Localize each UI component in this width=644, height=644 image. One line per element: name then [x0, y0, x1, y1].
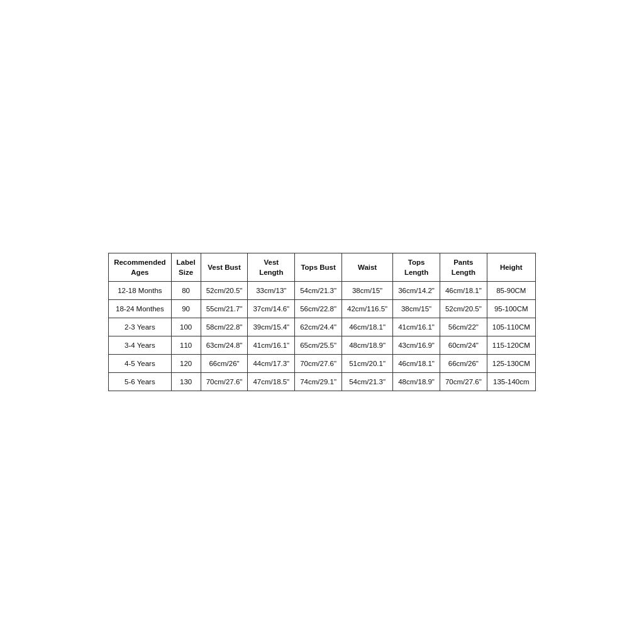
- column-header-tops-bust: Tops Bust: [295, 253, 342, 281]
- cell-pants_length: 56cm/22": [440, 318, 487, 336]
- cell-recommended_ages: 5-6 Years: [109, 373, 171, 391]
- cell-pants_length: 46cm/18.1": [440, 281, 487, 299]
- cell-recommended_ages: 4-5 Years: [109, 355, 171, 373]
- cell-pants_length: 52cm/20.5": [440, 299, 487, 318]
- cell-tops_length: 36cm/14.2": [393, 281, 440, 299]
- cell-label_size: 90: [171, 299, 201, 318]
- cell-pants_length: 66cm/26": [440, 355, 487, 373]
- cell-tops_bust: 65cm/25.5": [295, 336, 342, 355]
- cell-height: 135-140cm: [487, 373, 535, 391]
- cell-waist: 48cm/18.9": [341, 336, 392, 355]
- size-chart-table: RecommendedAgesLabelSizeVest BustVestLen…: [108, 253, 536, 392]
- column-header-vest-length: VestLength: [248, 253, 295, 281]
- column-header-waist: Waist: [341, 253, 392, 281]
- table-row: 3-4 Years11063cm/24.8"41cm/16.1"65cm/25.…: [109, 336, 536, 355]
- cell-waist: 42cm/116.5": [341, 299, 392, 318]
- cell-vest_length: 47cm/18.5": [248, 373, 295, 391]
- cell-recommended_ages: 2-3 Years: [109, 318, 171, 336]
- table-body: 12-18 Months8052cm/20.5"33cm/13"54cm/21.…: [109, 281, 536, 391]
- cell-height: 125-130CM: [487, 355, 535, 373]
- cell-height: 105-110CM: [487, 318, 535, 336]
- cell-tops_bust: 54cm/21.3": [295, 281, 342, 299]
- table-row: 18-24 Monthes9055cm/21.7"37cm/14.6"56cm/…: [109, 299, 536, 318]
- table-row: 5-6 Years13070cm/27.6"47cm/18.5"74cm/29.…: [109, 373, 536, 391]
- cell-height: 115-120CM: [487, 336, 535, 355]
- table-header-row: RecommendedAgesLabelSizeVest BustVestLen…: [109, 253, 536, 281]
- cell-vest_length: 41cm/16.1": [248, 336, 295, 355]
- cell-tops_length: 41cm/16.1": [393, 318, 440, 336]
- cell-waist: 54cm/21.3": [341, 373, 392, 391]
- table-row: 4-5 Years12066cm/26"44cm/17.3"70cm/27.6"…: [109, 355, 536, 373]
- cell-vest_bust: 66cm/26": [201, 355, 248, 373]
- column-header-tops-length: TopsLength: [393, 253, 440, 281]
- cell-vest_length: 44cm/17.3": [248, 355, 295, 373]
- cell-vest_bust: 52cm/20.5": [201, 281, 248, 299]
- cell-vest_bust: 55cm/21.7": [201, 299, 248, 318]
- cell-vest_length: 39cm/15.4": [248, 318, 295, 336]
- size-chart-wrapper: RecommendedAgesLabelSizeVest BustVestLen…: [108, 253, 536, 392]
- cell-tops_length: 48cm/18.9": [393, 373, 440, 391]
- cell-label_size: 120: [171, 355, 201, 373]
- cell-vest_length: 37cm/14.6": [248, 299, 295, 318]
- cell-pants_length: 70cm/27.6": [440, 373, 487, 391]
- cell-recommended_ages: 3-4 Years: [109, 336, 171, 355]
- cell-tops_bust: 62cm/24.4": [295, 318, 342, 336]
- cell-tops_length: 43cm/16.9": [393, 336, 440, 355]
- table-row: 12-18 Months8052cm/20.5"33cm/13"54cm/21.…: [109, 281, 536, 299]
- column-header-vest-bust: Vest Bust: [201, 253, 248, 281]
- cell-tops_bust: 74cm/29.1": [295, 373, 342, 391]
- cell-tops_length: 38cm/15": [393, 299, 440, 318]
- cell-recommended_ages: 18-24 Monthes: [109, 299, 171, 318]
- cell-label_size: 100: [171, 318, 201, 336]
- cell-height: 95-100CM: [487, 299, 535, 318]
- cell-vest_bust: 70cm/27.6": [201, 373, 248, 391]
- cell-recommended_ages: 12-18 Months: [109, 281, 171, 299]
- cell-waist: 38cm/15": [341, 281, 392, 299]
- cell-pants_length: 60cm/24": [440, 336, 487, 355]
- column-header-recommended-ages: RecommendedAges: [109, 253, 171, 281]
- cell-label_size: 110: [171, 336, 201, 355]
- column-header-label-size: LabelSize: [171, 253, 201, 281]
- cell-waist: 51cm/20.1": [341, 355, 392, 373]
- column-header-pants-length: PantsLength: [440, 253, 487, 281]
- cell-label_size: 80: [171, 281, 201, 299]
- cell-height: 85-90CM: [487, 281, 535, 299]
- cell-tops_bust: 56cm/22.8": [295, 299, 342, 318]
- cell-tops_length: 46cm/18.1": [393, 355, 440, 373]
- cell-vest_length: 33cm/13": [248, 281, 295, 299]
- cell-waist: 46cm/18.1": [341, 318, 392, 336]
- cell-vest_bust: 63cm/24.8": [201, 336, 248, 355]
- table-row: 2-3 Years10058cm/22.8"39cm/15.4"62cm/24.…: [109, 318, 536, 336]
- cell-label_size: 130: [171, 373, 201, 391]
- cell-vest_bust: 58cm/22.8": [201, 318, 248, 336]
- cell-tops_bust: 70cm/27.6": [295, 355, 342, 373]
- column-header-height: Height: [487, 253, 535, 281]
